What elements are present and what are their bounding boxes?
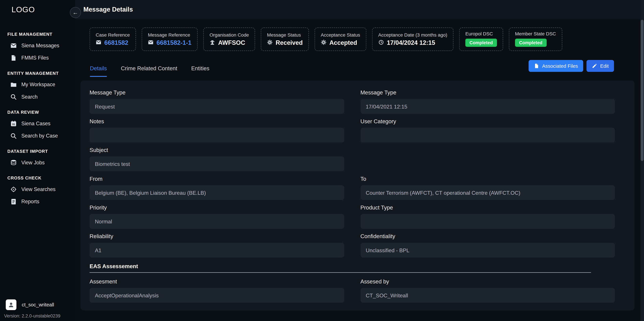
sidebar-item-label: View Searches [21,186,56,192]
sidebar-item-fmms-files[interactable]: FMMS Files [8,52,72,64]
assesment-input[interactable]: AcceptOperationalAnalysis [90,288,344,303]
card-message-reference: Message Reference 6681582-1-1 [142,28,198,51]
message-status-value: Received [276,39,302,46]
scrollbar-thumb[interactable] [641,20,644,161]
user-info: ct_soc_writeall [6,299,54,310]
nav-section-dataset-import: DATASET IMPORT [8,149,72,154]
app-window: LOGO FILE MANAGEMENT Siena Messages FMMS… [0,0,644,321]
envelope-icon [10,42,17,49]
tab-details[interactable]: Details [90,65,107,77]
acceptance-date-value: 17/04/2024 12:15 [387,39,435,46]
edit-button[interactable]: Edit [587,60,614,72]
field-message-date: Message Type 17/04/2021 12:15 [360,90,615,114]
sidebar-item-view-searches[interactable]: View Searches [8,183,72,196]
field-label: Message Type [90,90,344,96]
assesed-by-input[interactable]: CT_SOC_Writeall [360,288,615,303]
field-reliability: Reliability A1 [90,233,344,258]
field-label: Subject [90,147,344,153]
reliability-input[interactable]: A1 [90,243,344,258]
report-icon [10,198,17,205]
topbar: ← Message Details [75,0,644,19]
eas-assessment-heading: EAS Assessement [90,263,591,273]
field-label: Notes [90,118,344,124]
message-type-input[interactable]: Request [90,99,344,114]
sidebar-item-search-by-case[interactable]: Search by Case [8,130,72,142]
card-label: Message Status [267,32,303,37]
tab-bar: Details Crime Related Content Entities [90,65,209,77]
to-input[interactable]: Counter Terrorism (AWFCT), CT operationa… [360,185,615,200]
crosshair-icon [10,186,17,192]
gear-icon [267,40,273,45]
field-spacer [360,147,615,171]
sidebar-item-siena-messages[interactable]: Siena Messages [8,40,72,52]
clock-icon [378,40,384,45]
from-input[interactable]: Belgium (BE), Belgium Liaison Bureau (BE… [90,185,344,200]
back-button[interactable]: ← [70,7,81,18]
sidebar-item-reports[interactable]: Reports [8,196,72,208]
status-badge: Completed [466,38,497,47]
sidebar-item-label: Siena Cases [21,121,50,126]
message-reference-link[interactable]: 6681582-1-1 [156,39,191,46]
priority-input[interactable]: Normal [90,214,344,229]
tab-entities[interactable]: Entities [191,65,209,77]
field-to: To Counter Terrorism (AWFCT), CT operati… [360,176,615,200]
version-label: Version: 2.2.0-unstable0239 [4,314,60,318]
case-reference-link[interactable]: 6681582 [104,39,128,46]
notes-input[interactable] [90,128,344,142]
sidebar-item-label: FMMS Files [21,55,49,61]
sidebar-nav: FILE MANAGEMENT Siena Messages FMMS File… [0,14,75,208]
app-logo: LOGO [0,0,75,14]
file-icon [10,55,17,61]
sidebar-item-label: Search [21,94,38,100]
field-label: To [360,176,615,182]
message-date-input[interactable]: 17/04/2021 12:15 [360,99,615,114]
nav-section-entity-management: ENTITY MANAGEMENT [8,70,72,76]
card-label: Organisation Code [210,32,249,37]
field-label: Assesment [90,278,344,284]
field-label: Assesed by [360,278,615,284]
tab-crime-related-content[interactable]: Crime Related Content [121,65,177,77]
field-label: Confidentiality [360,233,615,240]
field-notes: Notes [90,118,344,142]
card-europol-dsc: Europol DSC Completed [459,28,503,51]
field-subject: Subject Biometrics test [90,147,344,171]
status-badge: Completed [515,38,546,47]
sidebar-item-my-workspace[interactable]: My Workspace [8,78,72,91]
field-priority: Priority Normal [90,204,344,229]
sidebar-item-siena-cases[interactable]: Siena Cases [8,118,72,130]
nav-section-cross-check: CROSS CHECK [8,176,72,180]
card-member-state-dsc: Member State DSC Completed [509,28,562,51]
sidebar-item-view-jobs[interactable]: View Jobs [8,156,72,169]
user-category-input[interactable] [360,128,615,142]
spy-icon [210,40,215,45]
nav-section-file-management: FILE MANAGEMENT [8,32,72,36]
sidebar-item-label: My Workspace [21,82,55,88]
card-label: Member State DSC [515,31,556,36]
subject-input[interactable]: Biometrics test [90,156,344,171]
field-label: Product Type [360,204,615,211]
organisation-code-value: AWFSOC [218,39,245,46]
field-label: Reliability [90,233,344,240]
card-acceptance-status: Acceptance Status Accepted [314,28,366,51]
associated-files-button[interactable]: Associated Files [528,60,584,72]
details-panel: Message Type Request Message Type 17/04/… [80,80,634,310]
envelope-icon [96,40,102,45]
card-acceptance-date: Acceptance Date (3 months ago) 17/04/202… [372,28,453,51]
folder-icon [10,81,17,88]
scrollbar[interactable] [640,0,644,321]
details-form: Message Type Request Message Type 17/04/… [80,80,634,307]
field-message-type: Message Type Request [90,90,344,114]
card-label: Acceptance Status [321,32,360,37]
product-type-input[interactable] [360,214,615,229]
confidentiality-input[interactable]: Unclassified - BPL [360,243,615,258]
card-message-status: Message Status Received [261,28,309,51]
edit-label: Edit [600,63,609,69]
card-label: Case Reference [96,32,130,37]
card-label: Message Reference [148,32,192,37]
field-assesed-by: Assesed by CT_SOC_Writeall [360,278,615,302]
sidebar-item-search[interactable]: Search [8,91,72,103]
card-label: Acceptance Date (3 months ago) [378,32,447,37]
field-label: Priority [90,204,344,211]
avatar [6,299,16,310]
gear-icon [321,40,326,45]
